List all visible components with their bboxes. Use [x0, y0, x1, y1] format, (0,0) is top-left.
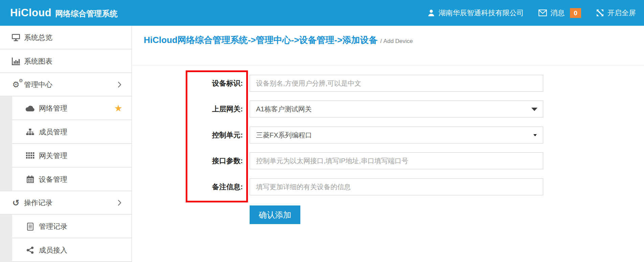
sidebar-item-system-charts[interactable]: 系统图表	[0, 49, 132, 73]
sidebar-item-label: 管理中心	[24, 80, 52, 89]
chevron-right-icon	[118, 200, 121, 206]
sidebar-item-label: 操作记录	[24, 198, 52, 208]
confirm-add-button[interactable]: 确认添加	[250, 205, 300, 224]
chevron-down-icon	[531, 108, 537, 111]
document-icon	[25, 223, 35, 231]
gears-icon: ⚙⚙	[11, 81, 21, 89]
field-label-control-unit: 控制单元:	[142, 127, 243, 144]
sidebar-item-system-overview[interactable]: 系统总览	[0, 26, 132, 49]
sidebar-item-admin-records[interactable]: 管理记录	[0, 215, 132, 238]
fullscreen-toggle[interactable]: 开启全屏	[596, 8, 636, 18]
company-name: 湖南华辰智通科技有限公司	[438, 8, 524, 18]
bar-chart-icon	[11, 57, 21, 65]
star-icon: ★	[114, 104, 122, 113]
sidebar-item-label: 网关管理	[39, 151, 67, 160]
sidebar-item-admin-center[interactable]: ⚙⚙ 管理中心	[0, 73, 132, 97]
brand-name: HiCloud	[10, 7, 51, 19]
topbar-actions: 湖南华辰智通科技有限公司 消息 0 开启全屏	[428, 8, 636, 18]
messages-label: 消息	[550, 8, 565, 18]
sidebar-item-label: 系统图表	[24, 57, 52, 66]
breadcrumb-path: HiCloud网络综合管理系统->管理中心->设备管理->添加设备	[144, 35, 377, 45]
interface-params-field-wrap	[250, 152, 543, 169]
brand-suffix: 网络综合管理系统	[55, 8, 117, 19]
field-label-device-id: 设备标识:	[142, 75, 243, 92]
sidebar-item-gateway-management[interactable]: 网关管理	[0, 144, 132, 168]
chevron-down-icon	[533, 134, 537, 136]
upper-gateway-select[interactable]: A1栋客户测试网关	[250, 101, 543, 117]
field-label-interface-params: 接口参数:	[142, 152, 243, 169]
cloud-icon	[25, 105, 35, 112]
sidebar-item-label: 成员接入	[39, 245, 67, 255]
messages-count-badge: 0	[570, 8, 581, 18]
sidebar-item-member-access[interactable]: 成员接入	[0, 238, 132, 262]
control-unit-field-wrap: 三菱FX系列编程口	[250, 127, 543, 144]
remarks-field-wrap	[250, 178, 543, 195]
fullscreen-label: 开启全屏	[607, 8, 636, 18]
grid-icon	[25, 152, 35, 159]
sidebar-item-label: 网络管理	[39, 104, 67, 113]
share-icon	[25, 246, 35, 254]
device-id-field-wrap	[250, 75, 543, 92]
messages-menu[interactable]: 消息 0	[538, 8, 581, 18]
sidebar-item-label: 设备管理	[39, 175, 67, 184]
field-label-upper-gateway: 上层网关:	[142, 101, 243, 117]
sidebar-item-device-management[interactable]: 设备管理	[0, 168, 132, 191]
upper-gateway-selected-value: A1栋客户测试网关	[256, 105, 312, 114]
sidebar: 系统总览 系统图表 ⚙⚙ 管理中心 网络管理 ★ 成员管理 网关管理	[0, 26, 132, 262]
remarks-input[interactable]	[250, 178, 543, 195]
sidebar-item-operation-records[interactable]: ↺ 操作记录	[0, 191, 132, 215]
sidebar-item-label: 系统总览	[24, 33, 52, 42]
control-unit-selected-value: 三菱FX系列编程口	[256, 131, 312, 140]
calendar-icon	[25, 175, 35, 183]
main-content: HiCloud网络综合管理系统->管理中心->设备管理->添加设备/ Add D…	[132, 26, 644, 262]
monitor-icon	[11, 34, 21, 42]
envelope-icon	[538, 9, 547, 16]
account-menu[interactable]: 湖南华辰智通科技有限公司	[428, 8, 524, 18]
sidebar-item-label: 管理记录	[39, 222, 67, 231]
sidebar-item-label: 成员管理	[39, 127, 67, 137]
sitemap-icon	[25, 128, 35, 136]
chevron-right-icon	[118, 82, 121, 88]
content-divider	[132, 65, 644, 65]
top-bar: HiCloud 网络综合管理系统 湖南华辰智通科技有限公司 消息 0 开启全屏	[0, 0, 644, 26]
breadcrumb: HiCloud网络综合管理系统->管理中心->设备管理->添加设备/ Add D…	[144, 34, 413, 46]
field-label-remarks: 备注信息:	[142, 178, 243, 195]
sidebar-item-member-management[interactable]: 成员管理	[0, 120, 132, 144]
user-icon	[428, 9, 435, 17]
control-unit-select[interactable]: 三菱FX系列编程口	[250, 127, 543, 144]
breadcrumb-annotation: / Add Device	[380, 38, 413, 44]
device-id-input[interactable]	[250, 75, 543, 92]
app-logo: HiCloud 网络综合管理系统	[10, 7, 117, 19]
interface-params-input[interactable]	[250, 152, 543, 169]
expand-arrows-icon	[596, 9, 604, 17]
history-icon: ↺	[11, 199, 21, 207]
upper-gateway-field-wrap: A1栋客户测试网关	[250, 101, 543, 117]
sidebar-item-network-management[interactable]: 网络管理 ★	[0, 96, 132, 120]
